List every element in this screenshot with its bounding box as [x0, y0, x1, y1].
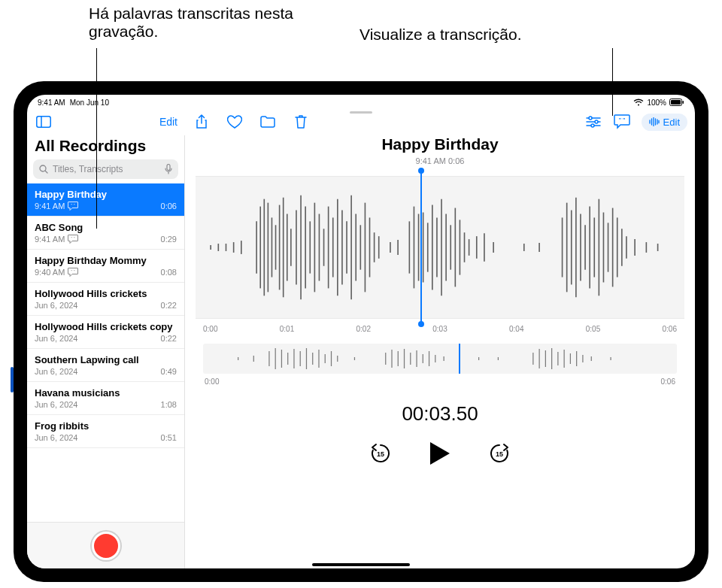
sidebar-title: All Recordings: [27, 135, 184, 159]
has-transcript-icon: " ": [68, 235, 78, 244]
recording-row[interactable]: Frog ribbits Jun 6, 2024 0:51: [27, 415, 184, 448]
favorite-icon[interactable]: [226, 113, 244, 131]
sidebar: All Recordings Titles, Transcripts Happy…: [27, 135, 185, 568]
recording-duration-label: 0:06: [161, 202, 177, 211]
svg-rect-1: [671, 100, 681, 105]
share-icon[interactable]: [193, 113, 211, 131]
recording-time-label: 9:41 AM: [35, 235, 65, 244]
wifi-icon: [633, 99, 644, 106]
svg-text:15: 15: [377, 450, 384, 458]
svg-point-8: [595, 120, 598, 123]
recording-duration-label: 0:22: [161, 334, 177, 343]
trash-icon[interactable]: [292, 113, 310, 131]
callout-left: Há palavras transcritas nesta gravação.: [89, 5, 299, 41]
svg-point-10: [591, 124, 594, 127]
recording-duration-label: 0:51: [161, 433, 177, 442]
recording-title-label: Frog ribbits: [35, 420, 177, 432]
mic-icon[interactable]: [165, 164, 172, 174]
recording-title[interactable]: Happy Birthday: [196, 135, 684, 153]
svg-point-6: [589, 117, 592, 120]
recording-row[interactable]: Hollywood Hills crickets copy Jun 6, 202…: [27, 316, 184, 349]
ruler-tick: 0:05: [586, 325, 600, 333]
ruler-tick: 0:03: [432, 325, 447, 333]
recording-duration-label: 0:29: [161, 235, 177, 244]
waveform-edit-button[interactable]: Edit: [642, 114, 687, 131]
recording-list: Happy Birthday 9:41 AM" " 0:06 ABC Song …: [27, 183, 184, 522]
recording-time-label: Jun 6, 2024: [35, 367, 78, 376]
recording-row[interactable]: ABC Song 9:41 AM" " 0:29: [27, 217, 184, 250]
recording-duration-label: 0:49: [161, 367, 177, 376]
skip-forward-button[interactable]: 15: [487, 441, 511, 465]
play-button[interactable]: [429, 441, 451, 466]
transcript-icon[interactable]: " ": [613, 113, 631, 131]
waveform-overview[interactable]: 0:00 0:06: [203, 344, 677, 374]
options-icon[interactable]: [584, 113, 602, 131]
search-icon: [39, 165, 48, 174]
recording-row[interactable]: Southern Lapwing call Jun 6, 2024 0:49: [27, 349, 184, 382]
time-ruler: 0:000:010:020:030:040:050:06: [203, 325, 677, 333]
recording-duration-label: 0:22: [161, 301, 177, 310]
recording-duration-label: 0:08: [161, 268, 177, 277]
multitask-grabber[interactable]: [350, 111, 372, 114]
recording-time-label: Jun 6, 2024: [35, 400, 78, 409]
status-date: Mon Jun 10: [70, 99, 109, 107]
svg-text:" ": " ": [71, 269, 75, 274]
svg-text:" ": " ": [71, 236, 75, 241]
has-transcript-icon: " ": [68, 268, 78, 277]
ipad-frame: 9:41 AM Mon Jun 10 100% Edit: [14, 81, 708, 582]
recording-title-label: Hollywood Hills crickets: [35, 288, 177, 299]
has-transcript-icon: " ": [68, 202, 78, 211]
recording-subtitle: 9:41 AM 0:06: [196, 156, 684, 165]
svg-text:15: 15: [496, 450, 503, 458]
status-time: 9:41 AM: [38, 99, 65, 107]
callout-right: Visualize a transcrição.: [359, 26, 522, 44]
ruler-tick: 0:06: [663, 325, 677, 333]
recording-title-label: Happy Birthday: [35, 189, 177, 200]
recording-title-label: ABC Song: [35, 222, 177, 233]
recording-time-label: Jun 6, 2024: [35, 301, 78, 310]
recording-row[interactable]: Hollywood Hills crickets Jun 6, 2024 0:2…: [27, 283, 184, 316]
recording-row[interactable]: Havana musicians Jun 6, 2024 1:08: [27, 382, 184, 415]
recording-title-label: Happy Birthday Mommy: [35, 255, 177, 266]
overview-start-time: 0:00: [205, 377, 219, 386]
svg-text:" ": " ": [618, 117, 625, 123]
recording-row[interactable]: Happy Birthday Mommy 9:40 AM" " 0:08: [27, 250, 184, 283]
ruler-tick: 0:04: [509, 325, 523, 333]
ruler-tick: 0:00: [203, 325, 217, 333]
sidebar-edit-button[interactable]: Edit: [159, 116, 177, 128]
playhead[interactable]: [420, 171, 422, 324]
recording-title-label: Southern Lapwing call: [35, 354, 177, 365]
main-pane: Happy Birthday 9:41 AM 0:06: [185, 135, 695, 568]
recording-row[interactable]: Happy Birthday 9:41 AM" " 0:06: [27, 183, 184, 217]
search-input[interactable]: Titles, Transcripts: [33, 159, 178, 179]
battery-icon: [669, 99, 684, 106]
status-bar: 9:41 AM Mon Jun 10 100%: [27, 95, 695, 108]
recording-time-label: Jun 6, 2024: [35, 433, 78, 442]
search-placeholder: Titles, Transcripts: [53, 164, 160, 174]
waveform-large[interactable]: [196, 176, 684, 319]
battery-text: 100%: [647, 99, 666, 107]
skip-back-button[interactable]: 15: [369, 441, 393, 465]
recording-title-label: Hollywood Hills crickets copy: [35, 321, 177, 332]
svg-rect-3: [37, 117, 50, 127]
overview-playhead[interactable]: [459, 344, 460, 374]
recording-time-label: Jun 6, 2024: [35, 334, 78, 343]
overview-end-time: 0:06: [661, 377, 675, 386]
svg-line-19: [45, 171, 47, 173]
home-indicator[interactable]: [312, 563, 410, 566]
recording-time-label: 9:40 AM: [35, 268, 65, 277]
recording-time-label: 9:41 AM: [35, 202, 65, 211]
svg-rect-20: [167, 165, 170, 171]
sidebar-toggle-icon[interactable]: [35, 113, 53, 131]
recording-title-label: Havana musicians: [35, 387, 177, 399]
ruler-tick: 0:02: [356, 325, 371, 333]
timecode: 00:03.50: [196, 402, 684, 426]
record-button[interactable]: [92, 532, 120, 560]
folder-icon[interactable]: [259, 113, 277, 131]
svg-rect-2: [683, 101, 684, 104]
waveform-svg: [203, 177, 677, 318]
ruler-tick: 0:01: [280, 325, 294, 333]
recording-duration-label: 1:08: [161, 400, 177, 409]
svg-text:" ": " ": [71, 203, 75, 208]
